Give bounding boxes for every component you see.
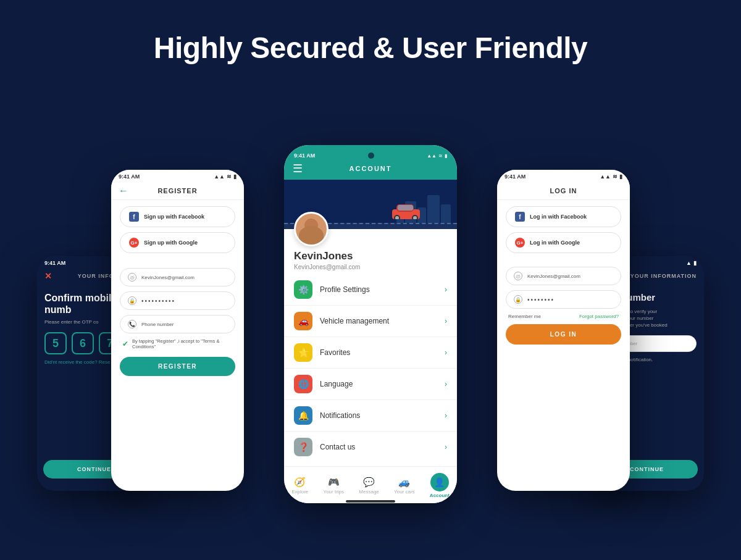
chevron-right-icon-language: › <box>445 380 447 388</box>
phone-right: 9:41 AM ▲▲ ≋ ▮ LOG IN f Log in with Face… <box>497 170 630 491</box>
message-label: Message <box>359 489 379 495</box>
register-button[interactable]: REGISTER <box>120 357 235 376</box>
password-input-right[interactable]: 🔒 •••••••• <box>506 290 621 309</box>
home-indicator-wrapper <box>284 500 457 503</box>
menu-item-language[interactable]: 🌐 Language › <box>284 369 457 400</box>
back-arrow-left[interactable]: ← <box>119 185 128 196</box>
car-illustration <box>389 201 423 222</box>
menu-item-contact[interactable]: ❓ Contact us › <box>284 432 457 462</box>
battery-icon-right: ▮ <box>619 173 622 180</box>
explore-icon: 🧭 <box>294 477 306 488</box>
facebook-signup-label: Sign up with Facebook <box>144 214 204 220</box>
center-status-time: 9:41 AM <box>294 153 315 159</box>
battery-icon-far-right: ▮ <box>693 260 697 266</box>
trips-icon: 🎮 <box>328 477 340 488</box>
chevron-right-icon-notifications: › <box>445 411 447 420</box>
profile-section: KevinJones KevinJones@gmail.com <box>284 229 457 274</box>
cars-icon: 🚙 <box>398 477 410 488</box>
contact-label: Contact us <box>320 443 437 451</box>
google-login-button[interactable]: G+ Log in with Google <box>506 232 621 253</box>
center-status-bar: 9:41 AM ▲▲ ≋ ▮ <box>284 145 457 162</box>
email-input-left[interactable]: @ KevinJones@gmail.com <box>120 268 235 286</box>
phone-placeholder-left: Phone number <box>141 322 174 327</box>
phone-center: 9:41 AM ▲▲ ≋ ▮ ☰ ACCOUNT <box>284 145 457 503</box>
status-bar-right: 9:41 AM ▲▲ ≋ ▮ <box>497 170 630 182</box>
notifications-icon: 🔔 <box>294 406 312 425</box>
svg-rect-2 <box>398 205 413 211</box>
account-icon: 👤 <box>434 477 445 487</box>
email-icon: @ <box>128 273 136 282</box>
phone-icon: 📞 <box>128 320 136 328</box>
language-label: Language <box>320 380 437 388</box>
contact-icon: ❓ <box>294 438 312 456</box>
favorites-label: Favorites <box>320 348 437 357</box>
google-signup-button[interactable]: G+ Sign up with Google <box>120 232 235 253</box>
chevron-right-icon-vehicle: › <box>445 317 447 325</box>
phone-input-left[interactable]: 📞 Phone number <box>120 315 235 333</box>
nav-explore[interactable]: 🧭 Explore <box>291 477 308 495</box>
menu-item-profile-settings[interactable]: ⚙️ Profile Settings › <box>284 274 457 306</box>
terms-text: By tapping "Register" ,i accept to "Term… <box>132 338 233 349</box>
google-login-label: Log in with Google <box>530 240 580 246</box>
profile-avatar <box>294 212 329 246</box>
menu-item-notifications[interactable]: 🔔 Notifications › <box>284 400 457 432</box>
menu-item-vehicle[interactable]: 🚗 Vehicle management › <box>284 306 457 337</box>
profile-settings-icon: ⚙️ <box>294 280 312 299</box>
status-time-right: 9:41 AM <box>504 173 525 180</box>
status-time-far-left: 9:41 AM <box>44 260 65 266</box>
login-button[interactable]: LOG IN <box>506 324 621 345</box>
facebook-login-button[interactable]: f Log in with Facebook <box>506 206 621 227</box>
hamburger-icon[interactable]: ☰ <box>293 162 303 175</box>
account-nav-circle: 👤 <box>430 473 449 491</box>
signal-icon-center: ▲▲ <box>427 153 437 159</box>
bottom-nav: 🧭 Explore 🎮 Your trips 💬 Message 🚙 Your … <box>284 466 457 503</box>
close-icon[interactable]: ✕ <box>44 271 52 281</box>
battery-icon-left: ▮ <box>233 173 237 180</box>
chevron-right-icon-contact: › <box>445 443 447 451</box>
otp-digit-1[interactable]: 5 <box>44 332 67 354</box>
phones-container: 9:41 AM ▲ ▮ ✕ YOUR INFORMATION Confirm m… <box>31 90 710 509</box>
home-indicator <box>346 500 395 503</box>
chevron-right-icon-profile: › <box>445 285 447 294</box>
forgot-password-link[interactable]: Forgot password? <box>579 314 619 319</box>
chevron-right-icon-favorites: › <box>445 348 447 357</box>
page-headline: Highly Secured & User Friendly <box>154 31 588 65</box>
google-signup-label: Sign up with Google <box>144 240 198 246</box>
right-header: LOG IN <box>497 182 630 200</box>
nav-your-trips[interactable]: 🎮 Your trips <box>324 477 345 495</box>
center-status-icons: ▲▲ ≋ ▮ <box>427 153 447 159</box>
nav-message[interactable]: 💬 Message <box>359 477 379 495</box>
message-icon: 💬 <box>363 477 375 488</box>
facebook-login-label: Log in with Facebook <box>530 214 587 220</box>
battery-icon-center: ▮ <box>445 153 447 159</box>
google-icon: G+ <box>129 238 139 248</box>
profile-email: KevinJones@gmail.com <box>294 264 447 270</box>
menu-item-favorites[interactable]: ⭐ Favorites › <box>284 337 457 369</box>
right-header-title: LOG IN <box>550 187 577 194</box>
google-icon-right: G+ <box>515 238 525 248</box>
email-input-right[interactable]: @ KevinJones@gmail.com <box>506 267 621 285</box>
remember-text: Remember me <box>508 314 541 319</box>
nav-account[interactable]: 👤 Account <box>430 473 450 498</box>
email-value-right: KevinJones@gmail.com <box>527 274 580 279</box>
notifications-label: Notifications <box>320 411 437 420</box>
status-icons-right: ▲▲ ≋ ▮ <box>600 173 622 180</box>
lock-icon: 🔒 <box>128 296 136 305</box>
facebook-signup-button[interactable]: f Sign up with Facebook <box>120 206 235 227</box>
status-icons-left: ▲▲ ≋ ▮ <box>214 173 237 180</box>
explore-label: Explore <box>291 489 308 495</box>
nav-your-cars[interactable]: 🚙 Your cars <box>394 477 415 495</box>
otp-digit-2[interactable]: 6 <box>72 332 94 354</box>
vehicle-icon: 🚗 <box>294 312 312 330</box>
language-icon: 🌐 <box>294 375 312 393</box>
center-header-title: ACCOUNT <box>350 165 392 172</box>
wifi-icon-right: ≋ <box>613 173 618 180</box>
left-content: f Sign up with Facebook G+ Sign up with … <box>111 200 244 382</box>
facebook-icon: f <box>129 212 139 222</box>
terms-row: ✔ By tapping "Register" ,i accept to "Te… <box>120 338 235 349</box>
favorites-icon: ⭐ <box>294 343 312 362</box>
password-input-left[interactable]: 🔒 •••••••••• <box>120 291 235 310</box>
status-time-left: 9:41 AM <box>119 173 140 180</box>
signal-icon-left: ▲▲ <box>214 173 225 180</box>
wifi-icon-left: ≋ <box>227 173 232 180</box>
